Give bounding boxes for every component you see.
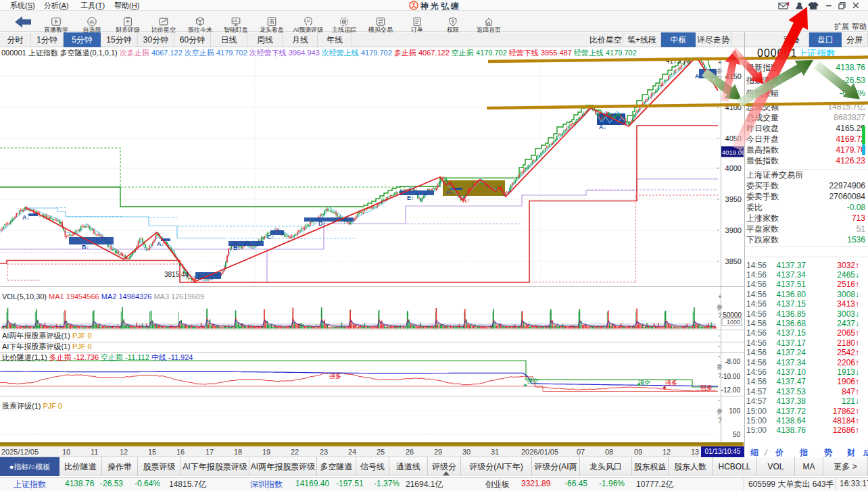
svg-text:AI: AI bbox=[306, 19, 310, 23]
svg-text:-10.00: -10.00 bbox=[721, 373, 741, 380]
svg-text:参: 参 bbox=[717, 363, 723, 370]
svg-text:?: ? bbox=[718, 312, 722, 319]
svg-text:3950: 3950 bbox=[725, 195, 742, 203]
svg-text:强多: 强多 bbox=[665, 380, 677, 386]
svg-text:+: + bbox=[718, 59, 722, 66]
svg-text:C↑: C↑ bbox=[267, 234, 274, 240]
svg-text:4019.09: 4019.09 bbox=[722, 149, 745, 156]
svg-text:-: - bbox=[718, 352, 720, 359]
svg-text:参: 参 bbox=[717, 68, 723, 74]
svg-text:参: 参 bbox=[717, 408, 723, 415]
svg-text:B↓: B↓ bbox=[82, 244, 89, 251]
svg-text:1000: 1000 bbox=[727, 319, 740, 326]
svg-text:强多: 强多 bbox=[329, 373, 341, 380]
svg-text:弱多: 弱多 bbox=[700, 384, 713, 391]
svg-text:4179.70: 4179.70 bbox=[666, 57, 691, 65]
svg-text:A↓: A↓ bbox=[695, 73, 702, 80]
svg-text:1: 1 bbox=[787, 1, 790, 7]
svg-text:D↑: D↑ bbox=[318, 220, 326, 227]
svg-text:-: - bbox=[718, 396, 720, 404]
svg-text:B↓: B↓ bbox=[233, 244, 241, 251]
svg-text:3815.44: 3815.44 bbox=[164, 271, 189, 278]
svg-text:3850: 3850 bbox=[725, 257, 742, 265]
svg-text:?: ? bbox=[718, 75, 722, 82]
svg-text:50: 50 bbox=[733, 431, 741, 438]
svg-text:4100: 4100 bbox=[725, 103, 742, 111]
svg-text:A↓: A↓ bbox=[157, 240, 164, 247]
svg-text:-8.00: -8.00 bbox=[725, 358, 740, 365]
svg-text:强空: 强空 bbox=[527, 378, 539, 384]
svg-text:4000: 4000 bbox=[725, 164, 742, 172]
svg-text:参: 参 bbox=[717, 304, 723, 311]
svg-text:?: ? bbox=[718, 372, 722, 380]
svg-text:A↓: A↓ bbox=[446, 188, 454, 195]
svg-text:4150: 4150 bbox=[725, 72, 742, 80]
svg-text:+: + bbox=[718, 293, 722, 301]
svg-text:A↓: A↓ bbox=[599, 124, 606, 130]
svg-text:?: ? bbox=[718, 417, 722, 424]
svg-text:E↑: E↑ bbox=[407, 195, 414, 201]
svg-text:50000: 50000 bbox=[723, 311, 742, 319]
svg-text:100: 100 bbox=[729, 407, 740, 415]
svg-text:4050: 4050 bbox=[725, 134, 742, 143]
svg-text:3900: 3900 bbox=[725, 226, 742, 234]
svg-text:-12.00: -12.00 bbox=[721, 386, 741, 394]
svg-text:A↓: A↓ bbox=[22, 214, 30, 221]
svg-text:A↑: A↑ bbox=[462, 197, 470, 204]
